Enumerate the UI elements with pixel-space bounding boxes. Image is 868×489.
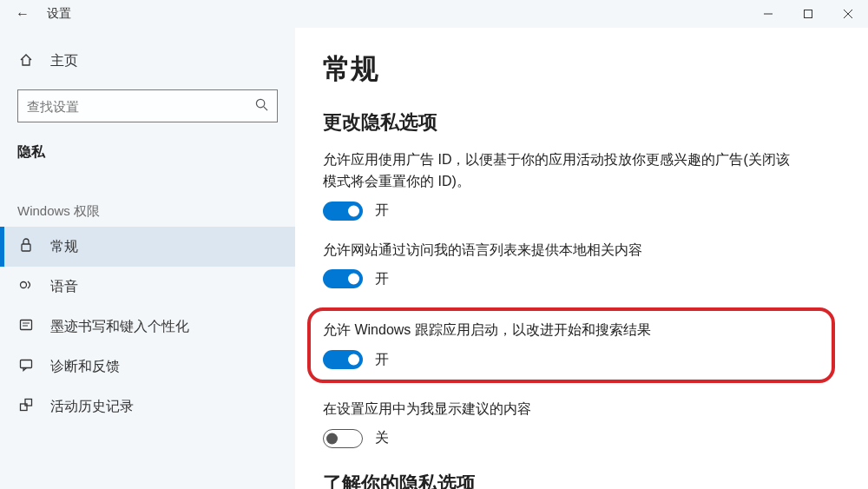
svg-point-4 (256, 99, 264, 107)
svg-rect-11 (21, 360, 32, 368)
main-panel: 常规 更改隐私选项 允许应用使用广告 ID，以便基于你的应用活动投放你更感兴趣的… (295, 28, 868, 489)
svg-rect-6 (22, 244, 30, 251)
svg-rect-8 (21, 320, 32, 330)
sidebar-item-general[interactable]: 常规 (0, 227, 295, 267)
svg-line-5 (263, 107, 266, 110)
category-label: 隐私 (0, 138, 295, 179)
titlebar: ← 设置 (0, 0, 868, 28)
back-button[interactable]: ← (16, 6, 30, 22)
setting-desc: 在设置应用中为我显示建议的内容 (323, 399, 800, 420)
setting-desc: 允许 Windows 跟踪应用启动，以改进开始和搜索结果 (323, 320, 800, 341)
group-label: Windows 权限 (0, 179, 295, 227)
sidebar-item-feedback[interactable]: 诊断和反馈 (0, 347, 295, 387)
home-button[interactable]: 主页 (0, 45, 295, 83)
toggle-state: 开 (375, 351, 389, 369)
section-title-2: 了解你的隐私选项 (323, 471, 833, 489)
svg-rect-12 (25, 400, 32, 406)
toggle-ad-id[interactable] (323, 202, 363, 221)
section-title: 更改隐私选项 (323, 109, 833, 135)
setting-app-launch-tracking: 允许 Windows 跟踪应用启动，以改进开始和搜索结果 开 (323, 320, 819, 369)
toggle-state: 开 (375, 270, 389, 288)
sidebar-item-label: 常规 (50, 238, 78, 256)
sidebar-item-label: 语音 (50, 278, 78, 296)
sidebar-item-label: 活动历史记录 (50, 398, 134, 416)
setting-desc: 允许网站通过访问我的语言列表来提供本地相关内容 (323, 240, 800, 261)
setting-language-list: 允许网站通过访问我的语言列表来提供本地相关内容 开 (323, 240, 833, 289)
close-button[interactable] (828, 0, 868, 28)
home-label: 主页 (50, 52, 78, 70)
setting-desc: 允许应用使用广告 ID，以便基于你的应用活动投放你更感兴趣的广告(关闭该模式将会… (323, 149, 800, 193)
toggle-suggested-content[interactable] (323, 429, 363, 448)
setting-ad-id: 允许应用使用广告 ID，以便基于你的应用活动投放你更感兴趣的广告(关闭该模式将会… (323, 149, 833, 221)
toggle-app-launch-tracking[interactable] (323, 350, 363, 369)
sidebar-item-label: 墨迹书写和键入个性化 (50, 318, 189, 336)
history-icon (17, 398, 35, 415)
maximize-button[interactable] (788, 0, 828, 28)
sidebar-item-history[interactable]: 活动历史记录 (0, 387, 295, 426)
sidebar: 主页 隐私 Windows 权限 常规 语音 (0, 28, 295, 489)
minimize-button[interactable] (748, 0, 788, 28)
speech-icon (17, 278, 35, 295)
window-controls (748, 0, 868, 28)
toggle-state: 开 (375, 202, 389, 220)
inking-icon (17, 318, 35, 335)
search-input[interactable] (18, 99, 246, 114)
setting-suggested-content: 在设置应用中为我显示建议的内容 关 (323, 399, 833, 448)
highlighted-setting: 允许 Windows 跟踪应用启动，以改进开始和搜索结果 开 (307, 307, 835, 383)
app-title: 设置 (47, 6, 71, 22)
feedback-icon (17, 358, 35, 375)
sidebar-item-inking[interactable]: 墨迹书写和键入个性化 (0, 307, 295, 347)
svg-point-7 (21, 282, 27, 288)
home-icon (17, 53, 35, 70)
lock-icon (17, 238, 35, 255)
svg-rect-13 (21, 404, 28, 411)
toggle-language-list[interactable] (323, 269, 363, 288)
toggle-state: 关 (375, 429, 389, 447)
search-icon (246, 98, 277, 114)
sidebar-item-label: 诊断和反馈 (50, 358, 120, 376)
sidebar-item-speech[interactable]: 语音 (0, 267, 295, 307)
page-title: 常规 (323, 50, 833, 89)
search-box[interactable] (17, 89, 278, 122)
svg-rect-1 (805, 10, 812, 18)
